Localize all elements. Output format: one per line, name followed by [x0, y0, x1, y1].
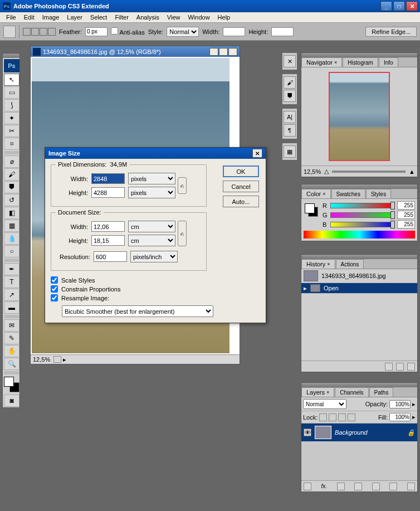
menu-image[interactable]: Image	[38, 13, 64, 22]
zoom-in-icon[interactable]: ▲	[409, 168, 415, 175]
selection-mode-icons[interactable]	[23, 28, 56, 36]
doc-height-unit[interactable]: cm	[128, 235, 175, 246]
doc-maximize-button[interactable]: □	[219, 48, 228, 56]
gradient-tool[interactable]: ▦	[4, 220, 19, 232]
resample-checkbox[interactable]	[51, 294, 58, 301]
tab-channels[interactable]: Channels	[335, 387, 368, 397]
style-select[interactable]: Normal	[167, 27, 199, 37]
adjustment-layer-icon[interactable]	[354, 483, 362, 490]
fx-icon[interactable]: fx.	[321, 483, 328, 489]
history-snapshot[interactable]: 1346933_86498616.jpg	[301, 269, 417, 283]
document-titlebar[interactable]: 1346933_86498616.jpg @ 12,5% (RGB/8*) _ …	[31, 46, 240, 57]
tab-navigator[interactable]: Navigator×	[301, 57, 342, 67]
lock-position-icon[interactable]	[338, 413, 346, 421]
pixel-width-input[interactable]	[91, 173, 125, 184]
layer-background[interactable]: 👁 Background 🔒	[301, 424, 417, 441]
doc-width-unit[interactable]: cm	[128, 221, 175, 232]
type-tool[interactable]: T	[4, 276, 19, 288]
new-snapshot-icon[interactable]	[396, 363, 404, 371]
menu-help[interactable]: Help	[214, 13, 235, 22]
resolution-input[interactable]	[94, 251, 127, 262]
menu-filter[interactable]: Filter	[111, 13, 132, 22]
color-swatch-icon[interactable]	[305, 203, 318, 217]
pixel-height-input[interactable]	[91, 187, 125, 198]
color-swatches-icon[interactable]	[4, 377, 19, 392]
minimize-button[interactable]: _	[380, 1, 392, 11]
feather-input[interactable]	[85, 27, 108, 36]
delete-icon[interactable]	[407, 363, 415, 371]
slice-tool[interactable]: ⌗	[4, 138, 19, 150]
navigator-thumbnail[interactable]	[329, 72, 390, 161]
tab-info[interactable]: Info	[379, 57, 398, 67]
link-layers-icon[interactable]	[304, 483, 311, 490]
menu-select[interactable]: Select	[86, 13, 111, 22]
r-slider[interactable]	[330, 203, 395, 208]
dodge-tool[interactable]: ○	[4, 245, 19, 257]
history-state-open[interactable]: ▸Open	[301, 283, 417, 294]
auto-button[interactable]: Auto...	[223, 196, 259, 207]
layer-thumbnail[interactable]	[315, 426, 331, 439]
eyedropper-tool[interactable]: ✎	[4, 332, 19, 344]
close-button[interactable]: ✕	[406, 1, 418, 11]
tab-history[interactable]: History×	[301, 259, 335, 269]
opacity-input[interactable]	[389, 400, 411, 408]
tab-styles[interactable]: Styles	[366, 189, 391, 198]
menu-edit[interactable]: Edit	[20, 13, 38, 22]
brush-tool[interactable]: 🖌	[4, 168, 19, 181]
status-icon[interactable]	[53, 356, 61, 363]
doc-minimize-button[interactable]: _	[209, 48, 218, 56]
cancel-button[interactable]: Cancel	[223, 181, 259, 192]
constrain-checkbox[interactable]	[51, 285, 58, 293]
menu-view[interactable]: View	[163, 13, 184, 22]
tab-layers[interactable]: Layers×	[301, 387, 334, 397]
dialog-close-button[interactable]: ✕	[252, 149, 262, 158]
doc-width-input[interactable]	[91, 221, 125, 232]
group-icon[interactable]	[372, 483, 380, 490]
width-input[interactable]	[223, 27, 245, 36]
nav-zoom-readout[interactable]: 12,5%	[304, 168, 321, 175]
menu-window[interactable]: Window	[184, 13, 213, 22]
lock-all-icon[interactable]	[348, 413, 355, 421]
spectrum-picker[interactable]	[304, 231, 415, 239]
ok-button[interactable]: OK	[223, 166, 259, 177]
menu-analysis[interactable]: Analysis	[133, 13, 163, 22]
lasso-tool[interactable]: ⟆	[4, 99, 19, 111]
wand-tool[interactable]: ✦	[4, 112, 19, 124]
fill-input[interactable]	[389, 413, 411, 421]
doc-close-button[interactable]: ✕	[228, 48, 237, 56]
zoom-tool[interactable]: 🔍	[4, 358, 19, 370]
blur-tool[interactable]: 💧	[4, 232, 19, 245]
hand-tool[interactable]: ✋	[4, 345, 19, 357]
history-brush-tool[interactable]: ↺	[4, 194, 19, 206]
g-slider[interactable]	[330, 212, 395, 218]
r-input[interactable]	[397, 201, 415, 210]
panel-grip[interactable]	[301, 184, 417, 189]
pixel-width-unit[interactable]: pixels	[128, 173, 175, 184]
tab-color[interactable]: Color×	[301, 189, 331, 198]
tab-paths[interactable]: Paths	[369, 387, 394, 397]
create-doc-icon[interactable]	[385, 363, 393, 371]
shape-tool[interactable]: ▬	[4, 301, 19, 314]
blend-mode-select[interactable]: Normal	[303, 399, 346, 409]
refine-edge-button[interactable]: Refine Edge...	[365, 27, 417, 37]
menu-layer[interactable]: Layer	[63, 13, 86, 22]
move-tool[interactable]: ↖	[4, 74, 19, 86]
g-input[interactable]	[397, 211, 415, 219]
visibility-icon[interactable]: 👁	[304, 429, 311, 436]
current-tool-icon[interactable]	[3, 26, 16, 38]
dialog-titlebar[interactable]: Image Size ✕	[45, 148, 266, 159]
stamp-tool[interactable]: ⛊	[4, 181, 19, 193]
toolbox-grip[interactable]	[3, 53, 19, 58]
panel-grip[interactable]	[301, 383, 417, 387]
heal-tool[interactable]: ⌀	[4, 155, 19, 168]
b-input[interactable]	[397, 220, 415, 228]
lock-transparency-icon[interactable]	[319, 413, 327, 421]
pixel-height-unit[interactable]: pixels	[128, 187, 175, 198]
b-slider[interactable]	[330, 222, 395, 227]
tab-actions[interactable]: Actions	[336, 259, 364, 269]
resolution-unit[interactable]: pixels/inch	[130, 251, 178, 262]
marquee-tool[interactable]: ▭	[4, 86, 19, 99]
panel-grip[interactable]	[301, 255, 417, 259]
menu-file[interactable]: File	[2, 13, 20, 22]
quickmask-tool[interactable]: ◙	[4, 395, 19, 407]
